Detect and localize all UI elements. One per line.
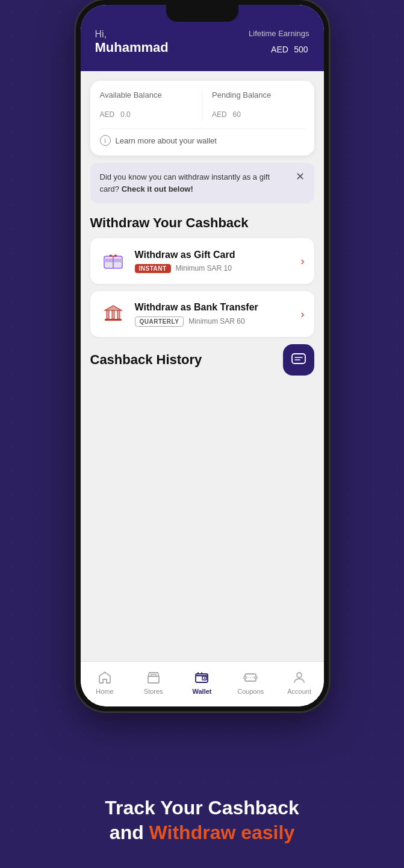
withdraw-bank-transfer[interactable]: Withdraw as Bank Transfer QUARTERLY Mini… (90, 291, 314, 337)
earnings-label: Lifetime Earnings (249, 29, 309, 38)
cashback-history-title: Cashback History (90, 352, 202, 368)
bank-transfer-info: Withdraw as Bank Transfer QUARTERLY Mini… (135, 302, 293, 327)
home-label: Home (96, 688, 113, 695)
pending-amount: AED 60 (212, 102, 305, 121)
instant-badge: INSTANT (135, 264, 171, 273)
wallet-icon (194, 670, 210, 685)
nav-item-home[interactable]: Home (81, 670, 129, 695)
available-balance: Available Balance AED 0.0 (100, 90, 203, 121)
bank-transfer-title: Withdraw as Bank Transfer (135, 302, 293, 313)
gift-card-title: Withdraw as Gift Card (135, 250, 293, 260)
svg-rect-6 (117, 310, 120, 319)
lifetime-earnings: Lifetime Earnings AED 500 (249, 29, 309, 57)
gift-card-arrow: › (301, 255, 305, 268)
home-icon (97, 670, 113, 685)
greeting-section: Hi, Muhammad (95, 29, 169, 55)
pending-currency: AED (212, 110, 227, 119)
stores-label: Stores (144, 688, 163, 695)
close-banner-button[interactable]: ✕ (296, 171, 305, 182)
svg-rect-5 (112, 310, 114, 319)
tagline-line1: Track Your Cashback (0, 797, 404, 819)
bottom-tagline: Track Your Cashback and Withdraw easily (0, 797, 404, 844)
info-banner: Did you know you can withdraw instantly … (90, 163, 314, 203)
gift-card-info: Withdraw as Gift Card INSTANT Minimum SA… (135, 250, 293, 273)
nav-item-account[interactable]: Account (275, 670, 324, 695)
svg-point-17 (255, 676, 257, 679)
gift-card-icon (100, 248, 126, 274)
info-icon: i (100, 135, 111, 146)
pending-value: 60 (232, 110, 240, 119)
svg-point-18 (297, 673, 302, 678)
user-name: Muhammad (95, 40, 169, 55)
available-currency: AED (100, 110, 115, 119)
svg-rect-11 (148, 676, 159, 683)
stores-icon (146, 670, 161, 685)
svg-rect-7 (105, 319, 122, 321)
earnings-currency: AED (271, 45, 288, 54)
wallet-info-link[interactable]: i Learn more about your wallet (100, 128, 305, 146)
wallet-info-text: Learn more about your wallet (116, 136, 217, 145)
withdraw-section-title: Withdraw Your Cashback (90, 215, 314, 231)
account-label: Account (287, 688, 311, 695)
phone-notch (166, 5, 238, 22)
cashback-history-section: Cashback History (90, 344, 314, 380)
nav-item-stores[interactable]: Stores (129, 670, 178, 695)
banner-cta: Check it out below! (122, 184, 193, 193)
phone-screen: Hi, Muhammad Lifetime Earnings AED 500 A… (81, 5, 324, 706)
bank-icon (100, 301, 126, 327)
gift-card-minimum: Minimum SAR 10 (176, 264, 232, 272)
svg-rect-8 (292, 354, 305, 363)
coupons-label: Coupons (237, 688, 264, 695)
nav-item-wallet[interactable]: Wallet (178, 670, 226, 695)
greeting-hi: Hi, (95, 29, 169, 40)
chat-fab-button[interactable] (283, 344, 314, 376)
banner-text: Did you know you can withdraw instantly … (100, 171, 288, 195)
available-label: Available Balance (100, 90, 193, 99)
withdraw-gift-card[interactable]: Withdraw as Gift Card INSTANT Minimum SA… (90, 238, 314, 284)
main-content: Available Balance AED 0.0 Pending Balanc… (81, 71, 324, 694)
nav-item-coupons[interactable]: Coupons (226, 670, 275, 695)
pending-balance: Pending Balance AED 60 (202, 90, 305, 121)
pending-label: Pending Balance (212, 90, 305, 99)
svg-rect-13 (196, 674, 208, 682)
tagline-line2: and Withdraw easily (0, 822, 404, 844)
balance-row: Available Balance AED 0.0 Pending Balanc… (100, 90, 305, 121)
svg-marker-3 (105, 306, 122, 310)
earnings-amount: 500 (294, 45, 308, 54)
bottom-navigation: Home Stores (81, 661, 324, 706)
coupons-icon (243, 670, 258, 685)
tagline-line2-white: and (110, 822, 144, 843)
bank-transfer-arrow: › (301, 308, 305, 321)
available-value: 0.0 (120, 110, 131, 119)
balance-card: Available Balance AED 0.0 Pending Balanc… (90, 81, 314, 156)
available-amount: AED 0.0 (100, 102, 193, 121)
account-icon (291, 670, 307, 685)
wallet-label: Wallet (192, 688, 211, 695)
bank-transfer-meta: QUARTERLY Minimum SAR 60 (135, 316, 293, 327)
earnings-value: AED 500 (249, 38, 309, 57)
phone-frame: Hi, Muhammad Lifetime Earnings AED 500 A… (76, 0, 329, 711)
quarterly-badge: QUARTERLY (135, 316, 184, 327)
tagline-line2-orange: Withdraw easily (149, 822, 295, 843)
svg-rect-4 (107, 310, 109, 319)
bank-transfer-minimum: Minimum SAR 60 (188, 317, 244, 326)
gift-card-meta: INSTANT Minimum SAR 10 (135, 264, 293, 273)
svg-point-16 (244, 676, 246, 679)
